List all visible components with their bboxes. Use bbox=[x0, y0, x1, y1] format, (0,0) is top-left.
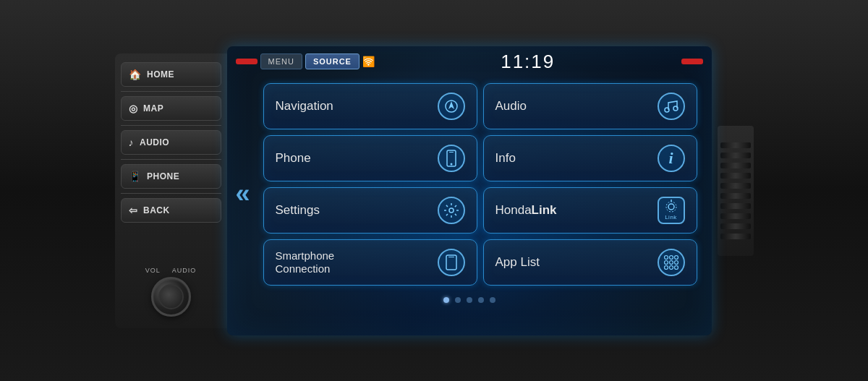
svg-point-19 bbox=[664, 265, 668, 269]
dot-3[interactable] bbox=[467, 297, 472, 303]
svg-point-13 bbox=[664, 255, 668, 259]
vol-audio-section: VOL AUDIO bbox=[145, 267, 197, 317]
phone-button[interactable]: 📱 PHONE bbox=[121, 164, 221, 189]
svg-point-7 bbox=[449, 208, 454, 213]
info-menu-label: Info bbox=[495, 151, 516, 166]
svg-rect-12 bbox=[448, 257, 454, 257]
left-button-group: 🏠 HOME ◎ MAP ♪ AUDIO 📱 PHONE ⇦ BAC bbox=[121, 62, 221, 223]
main-screen: MENU SOURCE 🛜 11:19 « Navigation bbox=[227, 46, 712, 335]
settings-menu-icon bbox=[438, 197, 465, 224]
hondalink-menu-label: HondaLink bbox=[495, 203, 557, 218]
svg-point-15 bbox=[674, 255, 678, 259]
app-list-menu-label: App List bbox=[495, 255, 540, 270]
info-menu-icon: i bbox=[658, 145, 685, 172]
vol-label: VOL bbox=[145, 267, 161, 274]
audio-power-label: AUDIO bbox=[172, 267, 197, 274]
map-icon: ◎ bbox=[129, 103, 138, 114]
clock-display: 11:19 bbox=[501, 51, 555, 73]
smartphone-connection-label: SmartphoneConnection bbox=[276, 249, 335, 275]
audio-icon: ♪ bbox=[129, 137, 135, 148]
divider-4 bbox=[121, 193, 221, 194]
volume-knob[interactable] bbox=[151, 277, 191, 317]
home-button[interactable]: 🏠 HOME bbox=[121, 62, 221, 87]
hondalink-icon: Link bbox=[658, 197, 685, 224]
app-list-icon bbox=[658, 249, 685, 276]
home-label: HOME bbox=[147, 69, 174, 80]
back-button[interactable]: ⇦ BACK bbox=[121, 198, 221, 223]
vent-slot-2 bbox=[720, 153, 751, 158]
navigation-icon bbox=[438, 93, 465, 120]
svg-point-8 bbox=[668, 204, 674, 210]
dot-4[interactable] bbox=[478, 297, 484, 303]
vent-slot-4 bbox=[720, 173, 751, 179]
dot-5[interactable] bbox=[490, 297, 495, 303]
audio-menu-item[interactable]: Audio bbox=[483, 83, 697, 129]
top-indicator-left bbox=[236, 59, 258, 64]
phone-menu-label: Phone bbox=[276, 151, 311, 166]
vent-slot-9 bbox=[720, 223, 751, 229]
svg-rect-5 bbox=[449, 152, 454, 153]
vent-slot-8 bbox=[720, 213, 751, 219]
divider-3 bbox=[121, 159, 221, 160]
vent-slot-5 bbox=[720, 183, 751, 189]
dot-1[interactable] bbox=[443, 297, 449, 303]
vent-slot-6 bbox=[720, 193, 751, 199]
phone-menu-item[interactable]: Phone bbox=[263, 135, 477, 181]
page-dots bbox=[227, 291, 712, 307]
wifi-icon: 🛜 bbox=[362, 56, 375, 67]
top-bar-left: MENU SOURCE 🛜 bbox=[236, 53, 375, 69]
audio-menu-label: Audio bbox=[495, 99, 527, 114]
audio-button[interactable]: ♪ AUDIO bbox=[121, 130, 221, 155]
info-icon-symbol: i bbox=[668, 149, 673, 168]
svg-point-17 bbox=[669, 260, 673, 264]
settings-menu-item[interactable]: Settings bbox=[263, 187, 477, 234]
home-icon: 🏠 bbox=[129, 69, 142, 80]
audio-label: AUDIO bbox=[140, 137, 169, 147]
map-button[interactable]: ◎ MAP bbox=[121, 96, 221, 121]
vent-slot-1 bbox=[720, 142, 751, 148]
navigation-label: Navigation bbox=[276, 99, 333, 114]
left-control-panel: 🏠 HOME ◎ MAP ♪ AUDIO 📱 PHONE ⇦ BAC bbox=[115, 53, 227, 328]
top-bar: MENU SOURCE 🛜 11:19 bbox=[227, 46, 712, 77]
vent-slot-3 bbox=[720, 163, 751, 168]
svg-point-16 bbox=[664, 260, 668, 264]
car-console: 🏠 HOME ◎ MAP ♪ AUDIO 📱 PHONE ⇦ BAC bbox=[0, 0, 868, 381]
map-label: MAP bbox=[143, 103, 163, 114]
menu-grid: Navigation Audio bbox=[227, 77, 712, 291]
knob-inner bbox=[158, 284, 184, 309]
dot-2[interactable] bbox=[455, 297, 461, 303]
phone-menu-icon bbox=[438, 145, 465, 172]
back-label: BACK bbox=[143, 205, 170, 215]
vent-slot-7 bbox=[720, 203, 751, 209]
svg-marker-1 bbox=[448, 101, 454, 109]
divider-2 bbox=[121, 125, 221, 126]
back-icon: ⇦ bbox=[129, 205, 138, 216]
app-list-menu-item[interactable]: App List bbox=[483, 239, 697, 286]
audio-menu-icon bbox=[658, 93, 685, 120]
hondalink-menu-item[interactable]: HondaLink Link bbox=[483, 187, 697, 234]
top-indicator-right bbox=[681, 59, 703, 64]
vol-audio-labels: VOL AUDIO bbox=[145, 267, 197, 274]
svg-point-18 bbox=[674, 260, 678, 264]
svg-point-6 bbox=[450, 163, 452, 165]
smartphone-connection-icon bbox=[438, 249, 465, 276]
navigation-menu-item[interactable]: Navigation bbox=[263, 83, 477, 129]
smartphone-connection-menu-item[interactable]: SmartphoneConnection bbox=[263, 239, 477, 286]
svg-point-20 bbox=[669, 265, 673, 269]
settings-menu-label: Settings bbox=[276, 203, 320, 218]
phone-label: PHONE bbox=[147, 171, 179, 181]
link-text: Link bbox=[665, 214, 677, 221]
back-chevron[interactable]: « bbox=[236, 179, 250, 209]
divider-1 bbox=[121, 91, 221, 92]
svg-point-9 bbox=[666, 202, 676, 212]
right-vent bbox=[718, 126, 754, 256]
svg-point-21 bbox=[674, 265, 678, 269]
vent-slot-10 bbox=[720, 234, 751, 239]
source-button[interactable]: SOURCE bbox=[305, 53, 359, 69]
info-menu-item[interactable]: Info i bbox=[483, 135, 697, 181]
menu-button[interactable]: MENU bbox=[260, 53, 302, 69]
svg-point-14 bbox=[669, 255, 673, 259]
phone-icon: 📱 bbox=[129, 171, 142, 182]
